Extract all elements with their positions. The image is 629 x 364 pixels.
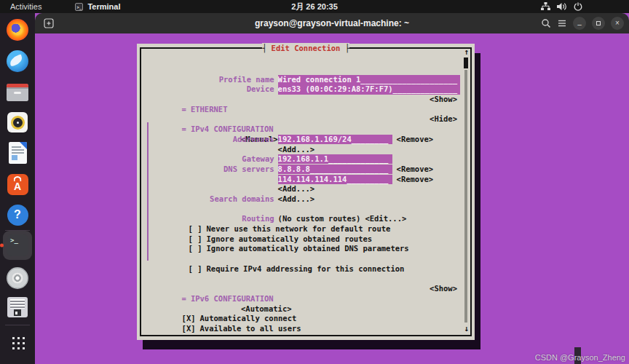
scrollbar-track[interactable]: [464, 70, 467, 323]
cd-disc-icon: [7, 267, 28, 289]
dock-separator: [5, 325, 30, 325]
ipv4-section-row: =IPv4 CONFIGURATION <Manual> <Hide>: [145, 114, 457, 124]
dock-item-ubuntu-software[interactable]: A: [6, 173, 29, 196]
new-tab-icon: [44, 18, 54, 28]
running-indicator-dot: [0, 244, 4, 248]
checkbox[interactable]: [X]: [182, 324, 196, 333]
volume-icon: [557, 2, 567, 11]
close-button[interactable]: ×: [611, 17, 624, 30]
checkbox-row-all-users[interactable]: [X]Available to all users: [145, 314, 457, 324]
watermark: CSDN @Grayson_Zheng: [535, 353, 625, 362]
terminal-icon: >_: [7, 234, 28, 256]
dock-item-firefox[interactable]: [6, 18, 29, 41]
blank-row: [145, 84, 457, 95]
app-menu-label: Terminal: [87, 2, 120, 11]
blank-row: [145, 194, 457, 205]
checkbox-row-ignore-routes[interactable]: [ ]Ignore automatically obtained routes: [145, 224, 457, 234]
terminal-content[interactable]: ┤ Edit Connection ├ Profile nameWired co…: [35, 33, 629, 364]
dock-item-cd-burner[interactable]: [6, 266, 29, 290]
hamburger-menu-icon: [557, 19, 567, 28]
routing-row: Routing(No custom routes)<Edit...>: [145, 205, 457, 215]
terminal-prompt-glyph: >_: [10, 237, 18, 244]
dock-item-files[interactable]: [6, 81, 29, 104]
terminal-app-icon: >_: [75, 3, 83, 11]
ipv4-hide-button[interactable]: <Hide>: [430, 114, 457, 124]
checkbox-row-require-ipv4[interactable]: [ ]Require IPv4 addressing for this conn…: [145, 254, 457, 264]
firefox-icon: [7, 19, 28, 41]
dock-item-thunderbird[interactable]: [6, 50, 29, 73]
ubuntu-software-icon: A: [7, 174, 28, 195]
terminal-titlebar[interactable]: grayson@grayson-virtual-machine: ~ – ×: [35, 13, 629, 33]
dialog-rows: Profile nameWired connection 1__________…: [145, 65, 457, 324]
minimize-button[interactable]: –: [573, 17, 586, 30]
menu-button[interactable]: [557, 19, 567, 28]
addresses-row: Addresses192.168.1.169/24________<Remove…: [145, 124, 457, 135]
edit-connection-dialog: ┤ Edit Connection ├ Profile nameWired co…: [137, 44, 475, 340]
title-bracket-left: ┤: [262, 44, 272, 52]
dock-item-help[interactable]: ?: [6, 203, 29, 226]
app-grid-icon: [10, 335, 25, 349]
blank-row: [145, 264, 457, 274]
dock: A ? >_: [0, 13, 35, 364]
device-row: Deviceens33 (00:0C:29:A8:7F:F7)_________…: [145, 75, 457, 85]
checkbox-label: Available to all users: [200, 324, 301, 333]
checkbox-row-default-route[interactable]: [ ]Never use this network for default ro…: [145, 214, 457, 224]
search-domains-row: Search domains<Add...>: [145, 184, 457, 194]
new-tab-button[interactable]: [42, 17, 55, 30]
dock-item-floppy[interactable]: [6, 296, 29, 319]
blank-row: [145, 274, 457, 284]
blank-row: [145, 244, 457, 254]
blank-row: [145, 105, 457, 115]
help-glyph: ?: [14, 208, 21, 221]
ethernet-section-row: =ETHERNET <Show>: [145, 95, 457, 105]
system-top-bar: Activities >_ Terminal 2月 26 20:35: [0, 0, 629, 13]
profile-name-row: Profile nameWired connection 1__________…: [145, 65, 457, 75]
dns-server-row: DNS servers8.8.8.8_________________<Remo…: [145, 154, 457, 165]
power-icon: [574, 2, 582, 11]
clock[interactable]: 2月 26 20:35: [291, 1, 338, 12]
title-bracket-right: ├: [340, 44, 349, 52]
dock-item-terminal-active[interactable]: >_: [6, 234, 29, 257]
software-letter: A: [14, 178, 21, 195]
libreoffice-writer-icon: [9, 142, 27, 164]
dns-server-row: 114.114.114.114_________<Remove>: [145, 165, 457, 175]
close-glyph: ×: [615, 20, 620, 27]
address-add-row: <Add...>: [145, 135, 457, 145]
dialog-title: ┤ Edit Connection ├: [262, 43, 349, 53]
maximize-glyph: [596, 21, 601, 25]
scrollbar-thumb[interactable]: [464, 58, 468, 68]
floppy-disk-icon: [7, 297, 28, 317]
wired-network-icon: [541, 2, 550, 11]
checkbox-row-ignore-dns[interactable]: [ ]Ignore automatically obtained DNS par…: [145, 234, 457, 245]
app-menu[interactable]: >_ Terminal: [75, 2, 120, 11]
scrollbar-down-arrow[interactable]: ↓: [464, 325, 469, 333]
scrollbar-up-arrow[interactable]: ↑: [464, 48, 469, 57]
files-icon: [7, 84, 28, 101]
blank-row: [145, 294, 457, 304]
dock-item-libreoffice-writer[interactable]: [6, 141, 29, 165]
gateway-row: Gateway192.168.1.1_____________: [145, 145, 457, 155]
dns-add-row: <Add...>: [145, 175, 457, 185]
thunderbird-icon: [7, 50, 28, 72]
dock-item-rhythmbox[interactable]: [6, 111, 29, 134]
ipv6-section-row: =IPv6 CONFIGURATION <Automatic> <Show>: [145, 284, 457, 294]
maximize-button[interactable]: [592, 17, 605, 30]
search-icon: [541, 18, 551, 28]
search-button[interactable]: [541, 18, 551, 28]
help-icon: ?: [7, 205, 28, 226]
dialog-title-text: Edit Connection: [272, 44, 341, 52]
status-area[interactable]: [541, 0, 582, 13]
dock-item-app-grid[interactable]: [6, 331, 29, 354]
ethernet-show-button[interactable]: <Show>: [430, 95, 457, 105]
minimize-glyph: –: [577, 21, 582, 28]
ipv6-show-button[interactable]: <Show>: [430, 284, 457, 294]
checkbox-row-auto-connect[interactable]: [X]Automatically connect: [145, 304, 457, 314]
rhythmbox-icon: [7, 112, 28, 132]
window-title: grayson@grayson-virtual-machine: ~: [255, 18, 409, 28]
activities-button[interactable]: Activities: [10, 2, 41, 11]
